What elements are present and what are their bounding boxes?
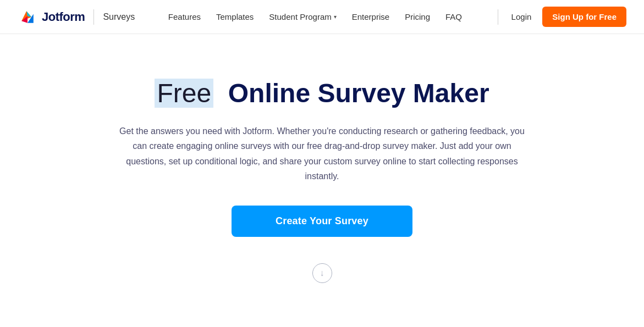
header-actions-divider — [498, 9, 498, 25]
logo-area[interactable]: Jotform — [18, 7, 85, 27]
scroll-down-button[interactable]: ↓ — [312, 263, 332, 283]
nav-features[interactable]: Features — [168, 12, 201, 21]
student-program-dropdown-icon: ▾ — [334, 14, 337, 20]
header-left: Jotform Surveys — [18, 7, 135, 27]
main-nav: Features Templates Student Program ▾ Ent… — [168, 12, 462, 21]
nav-pricing[interactable]: Pricing — [405, 12, 430, 21]
chevron-down-icon: ↓ — [320, 268, 324, 278]
nav-student-program[interactable]: Student Program ▾ — [269, 12, 336, 21]
nav-enterprise[interactable]: Enterprise — [352, 12, 389, 21]
nav-faq[interactable]: FAQ — [445, 12, 462, 21]
jotform-logo-icon — [18, 7, 37, 27]
logo-divider — [93, 9, 94, 25]
create-survey-button[interactable]: Create Your Survey — [232, 206, 412, 237]
hero-title: Free Online Survey Maker — [155, 78, 489, 108]
logo-text: Jotform — [42, 10, 85, 24]
hero-title-bold: Online Survey Maker — [228, 79, 489, 108]
nav-templates[interactable]: Templates — [216, 12, 254, 21]
header-actions: Login Sign Up for Free — [496, 7, 626, 27]
hero-title-free: Free — [155, 79, 213, 108]
signup-button[interactable]: Sign Up for Free — [542, 7, 626, 27]
logo-surveys: Surveys — [103, 12, 135, 22]
hero-section: Free Online Survey Maker Get the answers… — [0, 34, 644, 316]
hero-description: Get the answers you need with Jotform. W… — [119, 124, 526, 184]
login-button[interactable]: Login — [505, 9, 538, 25]
site-header: Jotform Surveys Features Templates Stude… — [0, 0, 644, 34]
